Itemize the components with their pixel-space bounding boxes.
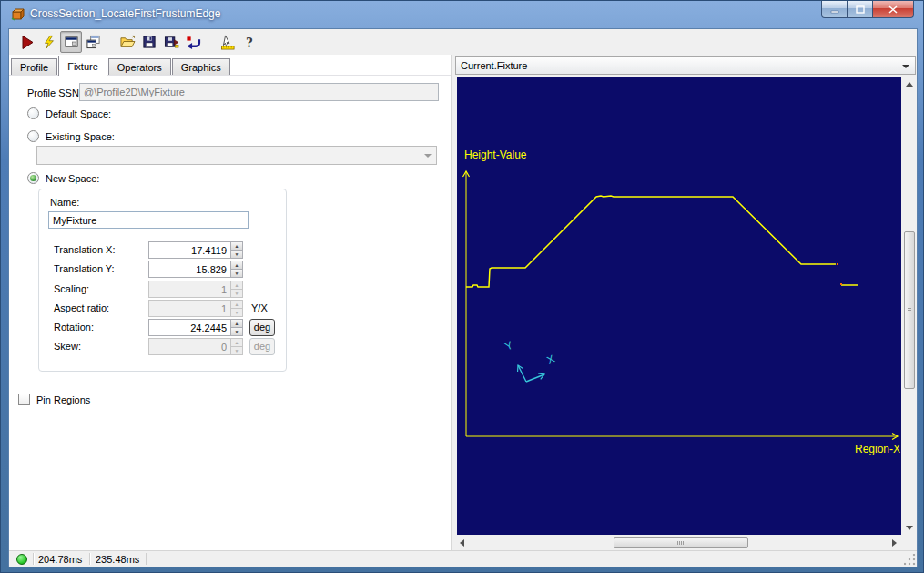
translation-y-field[interactable]: ▲▼	[148, 261, 243, 278]
arrow-left-icon	[460, 539, 464, 547]
rotation-spinner[interactable]: ▲▼	[230, 319, 243, 336]
profile-ssn-input[interactable]	[79, 83, 439, 101]
viewer-source-value: Current.Fixture	[461, 60, 527, 71]
maximize-button[interactable]	[848, 1, 873, 18]
measure-icon	[219, 35, 236, 50]
tab-graphics[interactable]: Graphics	[172, 58, 230, 76]
scroll-left-button[interactable]	[454, 537, 469, 549]
execute-button[interactable]	[38, 31, 60, 53]
aspect-ratio-label: Aspect ratio:	[54, 302, 109, 313]
scroll-down-button[interactable]	[903, 520, 916, 535]
viewer-panel: Current.Fixture Height-ValueRegion-XXY	[454, 55, 917, 550]
skew-input	[148, 338, 230, 355]
app-window: CrossSection_LocateFirstFrustumEdge	[0, 0, 924, 573]
svg-text:Height-Value: Height-Value	[464, 148, 527, 161]
window-title: CrossSection_LocateFirstFrustumEdge	[30, 7, 220, 20]
arrow-right-icon	[892, 539, 897, 547]
pin-regions-label: Pin Regions	[36, 394, 90, 405]
name-label: Name:	[50, 197, 79, 208]
chart-vertical-scrollbar[interactable]	[903, 77, 916, 535]
rotation-label: Rotation:	[54, 322, 94, 333]
new-space-groupbox: Name: Translation X: ▲▼ Translation Y: ▲…	[38, 189, 287, 372]
svg-text:Y: Y	[503, 339, 514, 353]
minimize-button[interactable]	[821, 1, 848, 18]
default-space-radio[interactable]	[27, 107, 39, 119]
scroll-grip	[908, 308, 911, 312]
status-indicator-icon	[16, 554, 27, 565]
rotation-field[interactable]: ▲▼	[148, 319, 243, 336]
rotation-input[interactable]	[148, 319, 230, 336]
existing-space-combobox[interactable]	[36, 146, 437, 165]
minimize-icon	[830, 5, 839, 14]
svg-text:?: ?	[246, 35, 253, 50]
arrow-up-icon	[906, 82, 913, 87]
rotation-deg-button[interactable]: deg	[249, 319, 275, 336]
scroll-up-button[interactable]	[903, 77, 916, 91]
main-area: Profile Fixture Operators Graphics Profi…	[9, 55, 917, 550]
horizontal-scroll-thumb[interactable]	[614, 537, 748, 548]
resize-grip[interactable]	[904, 554, 916, 566]
svg-text:Region-X: Region-X	[855, 443, 900, 455]
title-bar[interactable]: CrossSection_LocateFirstFrustumEdge	[1, 1, 923, 28]
run-icon	[20, 35, 35, 50]
vertical-scroll-thumb[interactable]	[904, 231, 915, 389]
translation-y-input[interactable]	[148, 261, 230, 278]
translation-x-label: Translation X:	[54, 244, 115, 255]
chevron-down-icon	[424, 154, 432, 158]
reset-button[interactable]	[182, 31, 204, 53]
viewer-source-combobox[interactable]: Current.Fixture	[455, 56, 916, 75]
close-button[interactable]	[873, 1, 914, 18]
app-icon	[10, 7, 25, 22]
save-as-button[interactable]	[160, 31, 182, 53]
profile-ssn-label: Profile SSN:	[27, 87, 82, 98]
status-time-2: 235.48ms	[96, 554, 139, 565]
aspect-ratio-suffix: Y/X	[251, 302, 268, 313]
scaling-label: Scaling:	[54, 283, 89, 294]
arrow-down-icon	[906, 526, 913, 530]
default-space-label: Default Space:	[46, 108, 111, 119]
run-button[interactable]	[16, 31, 38, 53]
dialog-view-button[interactable]	[60, 31, 82, 53]
tab-strip: Profile Fixture Operators Graphics	[11, 56, 231, 76]
tab-operators[interactable]: Operators	[108, 58, 171, 76]
scroll-right-button[interactable]	[887, 537, 901, 549]
help-icon: ?	[243, 35, 256, 50]
lightning-icon	[42, 35, 56, 50]
close-icon	[888, 5, 898, 14]
cascade-windows-icon	[86, 35, 101, 49]
status-separator	[33, 553, 34, 565]
measure-button[interactable]	[217, 31, 239, 53]
translation-x-input[interactable]	[148, 241, 230, 259]
tab-fixture[interactable]: Fixture	[58, 56, 107, 76]
save-as-icon	[164, 35, 179, 49]
translation-x-spinner[interactable]: ▲▼	[230, 241, 243, 259]
fixture-chart[interactable]: Height-ValueRegion-XXY	[457, 77, 901, 535]
help-button[interactable]: ?	[239, 31, 260, 53]
skew-deg-button: deg	[249, 338, 275, 355]
tab-profile[interactable]: Profile	[11, 58, 57, 76]
translation-y-label: Translation Y:	[54, 263, 115, 274]
dialog-view-icon	[64, 35, 79, 49]
translation-y-spinner[interactable]: ▲▼	[230, 261, 243, 278]
save-icon	[142, 35, 157, 49]
aspect-ratio-field: ▲▼	[148, 300, 243, 317]
existing-space-radio[interactable]	[27, 130, 39, 142]
client-area: ? Profile Fixture Operators Graphics Pro…	[8, 28, 918, 567]
skew-label: Skew:	[54, 341, 81, 352]
status-time-1: 204.78ms	[38, 554, 82, 565]
translation-x-field[interactable]: ▲▼	[148, 241, 243, 259]
svg-text:X: X	[544, 353, 556, 367]
open-button[interactable]	[117, 31, 138, 53]
fixture-tab-page: Profile Fixture Operators Graphics Profi…	[9, 55, 452, 550]
name-input[interactable]	[48, 211, 249, 229]
chart-horizontal-scrollbar[interactable]	[454, 537, 901, 549]
pin-regions-checkbox[interactable]	[18, 394, 30, 405]
scaling-spinner: ▲▼	[230, 281, 243, 298]
status-separator	[89, 553, 90, 565]
save-button[interactable]	[138, 31, 160, 53]
new-space-radio[interactable]	[27, 172, 39, 184]
new-space-label: New Space:	[46, 173, 99, 184]
cascade-windows-button[interactable]	[82, 31, 104, 53]
chevron-down-icon	[902, 65, 909, 68]
aspect-ratio-spinner: ▲▼	[230, 300, 243, 317]
